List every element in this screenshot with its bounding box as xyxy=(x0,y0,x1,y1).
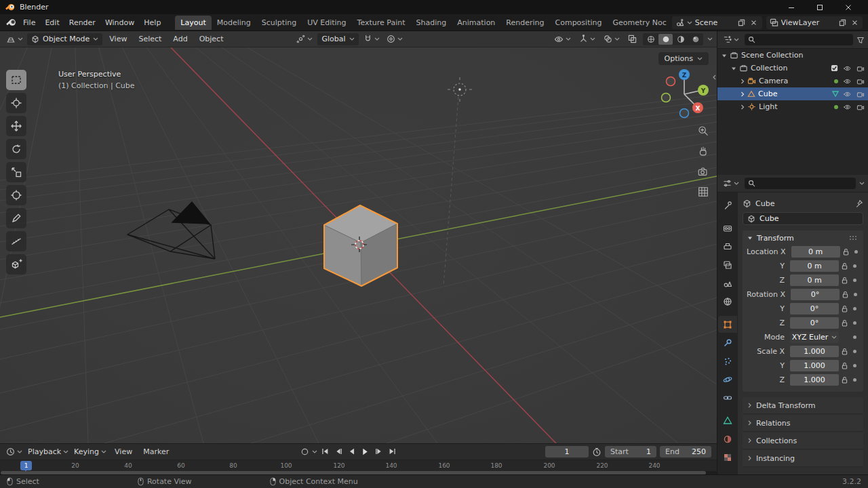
new-view-layer-button[interactable] xyxy=(837,18,847,27)
timeline-ruler[interactable]: 20 40 60 80 100 120 140 160 180 200 220 … xyxy=(0,460,717,472)
toggle-ortho-button[interactable] xyxy=(696,184,711,199)
workspace-tab-texture-paint[interactable]: Texture Paint xyxy=(352,16,411,30)
zoom-button[interactable] xyxy=(696,123,711,138)
rotation-x-field[interactable]: 0° xyxy=(791,289,840,300)
remove-scene-button[interactable] xyxy=(749,18,759,27)
scene-selector[interactable]: Scene xyxy=(672,16,762,29)
transform-orientation-selector[interactable]: Global xyxy=(317,33,358,45)
tab-material[interactable] xyxy=(718,430,737,447)
gizmo-x-negative-ball[interactable] xyxy=(667,77,675,86)
menu-render[interactable]: Render xyxy=(64,16,100,29)
tab-object-data[interactable] xyxy=(718,412,737,429)
outliner-item-scene-collection[interactable]: Scene Collection xyxy=(717,49,868,62)
animate-dot[interactable] xyxy=(853,336,856,339)
animate-dot[interactable] xyxy=(854,250,858,253)
tool-add-cube[interactable] xyxy=(6,254,26,274)
tab-view-layer[interactable] xyxy=(718,256,737,273)
tab-constraints[interactable] xyxy=(718,389,737,406)
workspace-tab-uv-editing[interactable]: UV Editing xyxy=(302,16,351,30)
eye-icon[interactable] xyxy=(843,65,852,72)
default-cube[interactable] xyxy=(324,205,397,286)
app-menu-button[interactable] xyxy=(4,16,18,29)
eye-icon[interactable] xyxy=(843,104,852,110)
location-y-field[interactable]: 0 m xyxy=(790,260,839,272)
new-scene-button[interactable] xyxy=(737,18,747,27)
outliner-item-camera[interactable]: Camera xyxy=(717,75,868,87)
workspace-tab-layout[interactable]: Layout xyxy=(175,16,211,30)
playhead[interactable]: 1 xyxy=(20,461,32,470)
shading-solid-button[interactable] xyxy=(658,34,673,45)
tab-modifiers[interactable] xyxy=(718,334,737,351)
tool-measure[interactable] xyxy=(6,231,26,251)
render-camera-icon[interactable] xyxy=(856,78,865,85)
tab-physics[interactable] xyxy=(718,371,737,388)
scale-z-field[interactable]: 1.000 xyxy=(790,374,839,386)
show-gizmo-button[interactable] xyxy=(577,33,597,45)
gizmo-z-negative-ball[interactable] xyxy=(680,109,689,118)
view-layer-selector[interactable]: ViewLayer xyxy=(766,16,863,29)
tool-rotate[interactable] xyxy=(6,139,26,159)
lock-icon[interactable] xyxy=(843,248,849,256)
tab-render[interactable] xyxy=(718,220,737,237)
current-frame-field[interactable]: 1 xyxy=(545,446,589,458)
proportional-edit-button[interactable] xyxy=(384,33,405,45)
gizmo-y-negative-ball[interactable] xyxy=(662,94,671,102)
workspace-tab-geometry-nodes[interactable]: Geometry Noc xyxy=(607,16,671,30)
lock-icon[interactable] xyxy=(842,291,848,298)
tab-world[interactable] xyxy=(718,293,737,310)
navigation-gizmo[interactable]: Z Y X xyxy=(656,66,713,123)
shading-dropdown-chevron-icon[interactable] xyxy=(707,37,713,41)
auto-keying-dropdown-icon[interactable] xyxy=(312,450,317,453)
animate-dot[interactable] xyxy=(853,307,856,310)
viewport-menu-object[interactable]: Object xyxy=(195,33,229,45)
lock-icon[interactable] xyxy=(842,348,848,355)
tab-particles[interactable] xyxy=(718,352,737,369)
maximize-button[interactable] xyxy=(806,0,834,14)
timeline-menu-view[interactable]: View xyxy=(110,445,137,458)
eye-icon[interactable] xyxy=(843,91,852,98)
editor-type-button[interactable] xyxy=(4,33,25,45)
tab-tool[interactable] xyxy=(718,197,737,214)
shading-material-button[interactable] xyxy=(673,34,688,45)
object-name-field[interactable]: Cube xyxy=(743,212,863,225)
viewport-menu-view[interactable]: View xyxy=(104,33,132,45)
jump-to-start-button[interactable] xyxy=(318,445,331,458)
keying-menu[interactable]: Keying xyxy=(72,446,108,458)
outliner-item-cube[interactable]: Cube xyxy=(717,87,868,100)
auto-keying-button[interactable] xyxy=(298,445,311,458)
properties-search-input[interactable] xyxy=(745,178,856,189)
timeline-editor-type-button[interactable] xyxy=(4,446,24,458)
lock-icon[interactable] xyxy=(842,305,848,312)
timeline-menu-marker[interactable]: Marker xyxy=(138,445,174,458)
checkbox-icon[interactable] xyxy=(831,64,838,72)
lock-icon[interactable] xyxy=(842,319,848,327)
tool-scale[interactable] xyxy=(6,162,26,182)
filter-icon[interactable] xyxy=(856,36,865,44)
disclosure-down-icon[interactable] xyxy=(731,66,736,70)
tab-object[interactable] xyxy=(718,316,737,333)
disclosure-down-icon[interactable] xyxy=(722,54,727,58)
properties-editor-type-button[interactable] xyxy=(721,178,741,189)
rotation-mode-dropdown[interactable]: XYZ Euler xyxy=(790,331,839,343)
shading-rendered-button[interactable] xyxy=(688,34,703,45)
rotation-y-field[interactable]: 0° xyxy=(790,303,839,314)
play-reverse-button[interactable] xyxy=(345,445,358,458)
outliner-item-collection[interactable]: Collection xyxy=(717,62,868,75)
properties-options-chevron-icon[interactable] xyxy=(859,182,865,185)
workspace-tab-sculpting[interactable]: Sculpting xyxy=(256,16,302,30)
minimize-button[interactable] xyxy=(777,0,806,14)
xray-toggle-button[interactable] xyxy=(626,33,639,45)
lock-icon[interactable] xyxy=(842,376,848,384)
menu-edit[interactable]: Edit xyxy=(40,16,64,29)
animate-dot[interactable] xyxy=(853,264,856,268)
tool-select-box[interactable] xyxy=(6,70,26,90)
remove-view-layer-button[interactable] xyxy=(850,18,859,27)
tool-annotate[interactable] xyxy=(6,208,26,228)
animate-dot[interactable] xyxy=(853,378,856,382)
disclosure-right-icon[interactable] xyxy=(741,104,745,110)
workspace-tab-rendering[interactable]: Rendering xyxy=(500,16,549,30)
tab-texture[interactable] xyxy=(718,449,737,466)
animate-dot[interactable] xyxy=(853,279,856,282)
workspace-tab-animation[interactable]: Animation xyxy=(452,16,500,30)
camera-view-button[interactable] xyxy=(696,164,711,179)
